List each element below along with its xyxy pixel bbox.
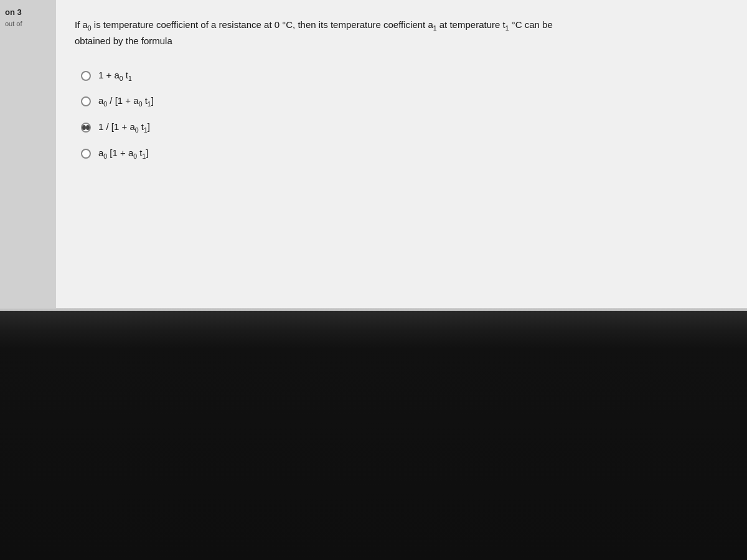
question-text: If a0 is temperature coefficient of a re… [75, 17, 560, 49]
question-number: on 3 [5, 7, 51, 17]
option-2-text: a0 / [1 + a0 t1] [98, 94, 154, 109]
keyboard-bezel: ⊞⊞ F4 ✦ F5 ☀ F6 ◁◁ F7 ▷|| F8 ▷▷ F9 [0, 311, 747, 560]
option-3-text: 1 / [1 + a0 t1] [98, 120, 150, 135]
radio-1[interactable] [81, 71, 91, 81]
option-4[interactable]: a0 [1 + a0 t1] [81, 146, 722, 161]
option-1[interactable]: 1 + a0 t1 [81, 68, 722, 83]
radio-4[interactable] [81, 149, 91, 159]
option-3[interactable]: 1 / [1 + a0 t1] [81, 120, 722, 135]
option-2[interactable]: a0 / [1 + a0 t1] [81, 94, 722, 109]
options-list: 1 + a0 t1 a0 / [1 + a0 t1] 1 / [1 + a0 t… [75, 68, 722, 161]
option-1-text: 1 + a0 t1 [98, 68, 132, 83]
screen-area: on 3 out of If a0 is temperature coeffic… [0, 0, 747, 330]
left-sidebar: on 3 out of [0, 0, 56, 330]
radio-3[interactable] [81, 123, 91, 133]
main-content: If a0 is temperature coefficient of a re… [56, 0, 747, 330]
status-text: out of [5, 19, 51, 29]
radio-2[interactable] [81, 96, 91, 106]
option-4-text: a0 [1 + a0 t1] [98, 146, 149, 161]
